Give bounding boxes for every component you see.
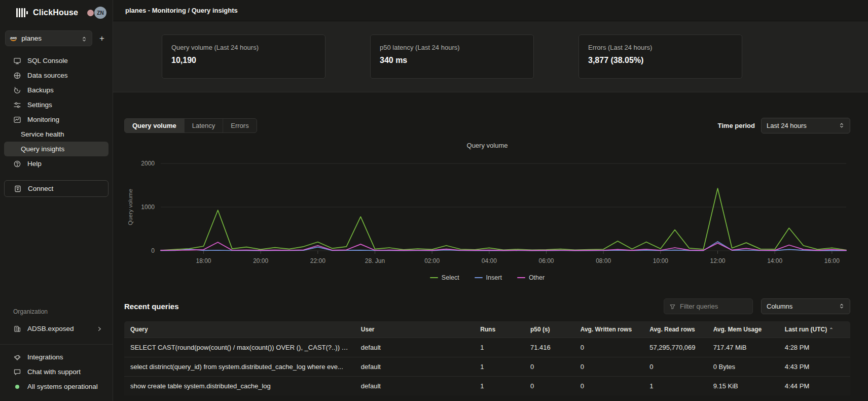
stat-label: Errors (Last 24 hours) bbox=[588, 44, 733, 51]
x-tick-label: 04:00 bbox=[482, 257, 497, 264]
sidebar-item-data-sources[interactable]: Data sources bbox=[4, 68, 108, 83]
app-root: ClickHouse ZN aws planes + SQL ConsoleDa… bbox=[0, 0, 868, 401]
sidebar-item-label: Query insights bbox=[21, 145, 64, 153]
chevron-updown-icon bbox=[839, 303, 845, 310]
x-tick-label: 12:00 bbox=[710, 257, 725, 264]
funnel-icon bbox=[669, 303, 676, 310]
connect-button[interactable]: Connect bbox=[4, 180, 108, 197]
runs-cell: 1 bbox=[474, 338, 524, 357]
runs-cell: 1 bbox=[474, 377, 524, 396]
column-header-avg-mem-usage[interactable]: Avg. Mem Usage bbox=[707, 321, 779, 338]
time-period-value: Last 24 hours bbox=[767, 122, 807, 129]
query-cell: show create table system.distributed_cac… bbox=[124, 377, 355, 396]
filter-queries-box[interactable] bbox=[664, 298, 753, 314]
sidebar-footer-chat-with-support[interactable]: Chat with support bbox=[4, 364, 108, 379]
x-tick-label: 18:00 bbox=[196, 257, 211, 264]
y-tick-label: 1000 bbox=[141, 204, 155, 211]
x-tick-label: 06:00 bbox=[538, 257, 554, 264]
sidebar-item-label: Help bbox=[27, 160, 42, 168]
query-cell: SELECT CAST(round(pow(count() / max(coun… bbox=[124, 338, 355, 357]
main: planes - Monitoring / Query insights Que… bbox=[113, 0, 868, 401]
stat-card: p50 latency (Last 24 hours)340 ms bbox=[370, 35, 534, 79]
stat-value: 10,190 bbox=[171, 56, 316, 65]
column-header-avg-read-rows[interactable]: Avg. Read rows bbox=[643, 321, 707, 338]
query-cell: select distrinct(query_id) from system.d… bbox=[124, 357, 355, 377]
p50-cell: 71.416 bbox=[524, 338, 574, 357]
chart-title: Query volume bbox=[124, 142, 850, 149]
sidebar-item-sql-console[interactable]: SQL Console bbox=[4, 53, 108, 68]
content: Query volumeLatencyErrors Time period La… bbox=[113, 92, 868, 401]
sidebar-item-help[interactable]: Help bbox=[4, 156, 108, 171]
legend-swatch-icon bbox=[517, 277, 525, 279]
status-dot-icon bbox=[13, 383, 21, 391]
chevron-updown-icon bbox=[81, 35, 87, 42]
y-axis-title: Query volume bbox=[127, 189, 133, 225]
user-cell: default bbox=[355, 357, 474, 377]
sidebar-item-backups[interactable]: Backups bbox=[4, 83, 108, 97]
stat-label: Query volume (Last 24 hours) bbox=[171, 44, 316, 51]
column-header-last-run-utc-[interactable]: Last run (UTC)⌃ bbox=[779, 321, 850, 338]
avg-written-rows-cell: 0 bbox=[574, 377, 643, 396]
chevron-right-icon bbox=[96, 326, 102, 332]
organization-item[interactable]: ADSB.exposed bbox=[4, 321, 108, 336]
service-row: aws planes + bbox=[5, 30, 107, 46]
service-name: planes bbox=[21, 35, 77, 42]
sidebar-item-query-insights[interactable]: Query insights bbox=[4, 142, 108, 156]
column-header-query[interactable]: Query bbox=[124, 321, 355, 338]
last-run-cell: 4:43 PM bbox=[779, 357, 850, 377]
sidebar-item-label: Settings bbox=[27, 101, 52, 109]
filter-queries-input[interactable] bbox=[680, 303, 741, 310]
clickhouse-logo-icon bbox=[16, 8, 28, 17]
time-period-label: Time period bbox=[718, 122, 755, 129]
tab-errors[interactable]: Errors bbox=[223, 119, 256, 132]
sidebar-item-label: Backups bbox=[27, 86, 54, 94]
stat-card: Query volume (Last 24 hours)10,190 bbox=[162, 35, 326, 79]
legend-item-other[interactable]: Other bbox=[517, 274, 545, 281]
avg-written-rows-cell: 0 bbox=[574, 338, 643, 357]
legend-swatch-icon bbox=[475, 277, 483, 279]
settings-icon bbox=[13, 101, 21, 109]
p50-cell: 0 bbox=[524, 377, 574, 396]
controls-row: Query volumeLatencyErrors Time period La… bbox=[124, 118, 850, 133]
series-line-select bbox=[161, 188, 846, 250]
legend-item-insert[interactable]: Insert bbox=[475, 274, 502, 281]
x-tick-label: 10:00 bbox=[653, 257, 668, 264]
table-body: SELECT CAST(round(pow(count() / max(coun… bbox=[124, 338, 850, 396]
sidebar-footer-integrations[interactable]: Integrations bbox=[4, 350, 108, 364]
chart-canvas[interactable]: 010002000Query volume18:0020:0022:0028. … bbox=[124, 149, 850, 270]
user-avatar[interactable]: ZN bbox=[94, 7, 106, 19]
column-header-p50-s-[interactable]: p50 (s) bbox=[524, 321, 574, 338]
chart-tab-group: Query volumeLatencyErrors bbox=[124, 118, 257, 133]
stat-value: 340 ms bbox=[380, 56, 524, 65]
column-header-runs[interactable]: Runs bbox=[474, 321, 524, 338]
table-row[interactable]: show create table system.distributed_cac… bbox=[124, 377, 850, 396]
sidebar-item-settings[interactable]: Settings bbox=[4, 97, 108, 112]
table-row[interactable]: SELECT CAST(round(pow(count() / max(coun… bbox=[124, 338, 850, 357]
columns-select[interactable]: Columns bbox=[761, 298, 850, 314]
column-header-user[interactable]: User bbox=[355, 321, 474, 338]
sidebar-item-label: Service health bbox=[21, 130, 64, 138]
tab-latency[interactable]: Latency bbox=[184, 119, 223, 132]
chart: Query volume 010002000Query volume18:002… bbox=[124, 142, 850, 281]
time-period-select[interactable]: Last 24 hours bbox=[761, 118, 850, 133]
service-selector[interactable]: aws planes bbox=[5, 30, 92, 46]
sidebar-footer-all-systems-operational[interactable]: All systems operational bbox=[4, 379, 108, 394]
legend-item-select[interactable]: Select bbox=[430, 274, 459, 281]
sidebar-item-monitoring[interactable]: Monitoring bbox=[4, 112, 108, 127]
notification-dot-icon[interactable] bbox=[87, 10, 94, 16]
column-header-avg-written-rows[interactable]: Avg. Written rows bbox=[574, 321, 643, 338]
stat-card: Errors (Last 24 hours)3,877 (38.05%) bbox=[578, 35, 742, 79]
avg-read-rows-cell: 1 bbox=[643, 377, 707, 396]
stat-label: p50 latency (Last 24 hours) bbox=[380, 44, 524, 51]
sidebar-item-label: SQL Console bbox=[27, 57, 68, 64]
monitoring-icon bbox=[13, 116, 21, 124]
tab-query-volume[interactable]: Query volume bbox=[125, 119, 184, 132]
recent-queries-header: Recent queries Columns bbox=[124, 298, 850, 314]
time-period: Time period Last 24 hours bbox=[718, 118, 850, 133]
table-row[interactable]: select distrinct(query_id) from system.d… bbox=[124, 357, 850, 377]
add-service-button[interactable]: + bbox=[96, 34, 107, 44]
x-tick-label: 28. Jun bbox=[365, 257, 385, 264]
p50-cell: 0 bbox=[524, 357, 574, 377]
sidebar-item-service-health[interactable]: Service health bbox=[4, 127, 108, 142]
data-sources-icon bbox=[13, 72, 21, 80]
